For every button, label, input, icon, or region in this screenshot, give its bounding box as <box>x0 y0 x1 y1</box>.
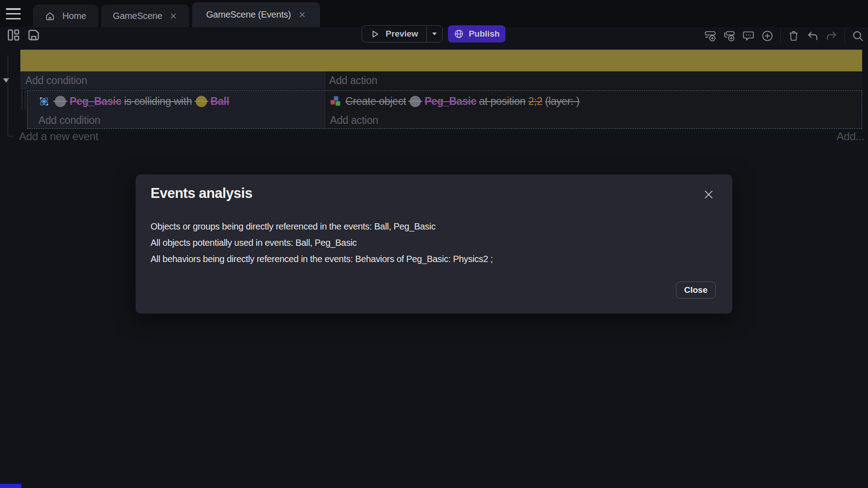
globe-icon <box>454 29 464 39</box>
redo-icon[interactable] <box>826 30 838 42</box>
toolbar-divider <box>780 28 781 44</box>
add-more-link[interactable]: Add... <box>836 130 864 143</box>
action-verb: Create object <box>345 95 406 108</box>
toolbar-right <box>704 27 864 44</box>
delete-icon[interactable] <box>788 30 800 42</box>
add-action-link[interactable]: Add action <box>329 75 377 87</box>
object-thumbnail-peg-basic <box>55 96 66 107</box>
preview-split-button: Preview <box>362 25 443 42</box>
conditions-column: Peg_Basic is colliding with Ball Add con… <box>28 91 326 128</box>
collapse-event-chevron-icon[interactable] <box>2 77 10 84</box>
selected-event-row[interactable]: Peg_Basic is colliding with Ball Add con… <box>27 90 862 129</box>
tab-bar: Home GameScene GameScene (Events) <box>0 0 868 27</box>
close-button[interactable]: Close <box>676 282 716 299</box>
preview-button[interactable]: Preview <box>362 25 427 42</box>
add-comment-icon[interactable] <box>742 30 755 42</box>
event-indent-guide <box>22 90 22 110</box>
action-parameters: 2;2 <box>528 95 542 108</box>
actions-column: Add action <box>326 71 862 89</box>
toolbar-divider <box>844 28 845 44</box>
toolbar-left <box>6 28 41 42</box>
add-new-event-link[interactable]: Add a new event <box>19 130 99 143</box>
tab-label: GameScene <box>113 11 162 21</box>
choose-event-type-icon[interactable] <box>761 30 774 42</box>
publish-button[interactable]: Publish <box>448 25 505 42</box>
action-statement[interactable]: Create object Peg_Basic at position 2;2 … <box>326 91 862 112</box>
add-action-link[interactable]: Add action <box>326 112 862 129</box>
physics-behavior-icon <box>38 96 50 107</box>
preview-label: Preview <box>386 29 418 39</box>
object-thumbnail-peg-basic <box>410 96 421 107</box>
search-icon[interactable] <box>852 30 864 42</box>
dialog-body: Objects or groups being directly referen… <box>151 218 493 267</box>
action-object-name: Peg_Basic <box>425 95 476 108</box>
play-icon <box>370 29 380 39</box>
event-tree-guide <box>8 55 8 136</box>
analysis-line-behaviors: All behaviors being directly referenced … <box>151 251 493 267</box>
bottom-left-accent <box>0 484 21 488</box>
undo-icon[interactable] <box>807 30 819 42</box>
condition-statement[interactable]: Peg_Basic is colliding with Ball <box>28 91 326 112</box>
add-condition-link[interactable]: Add condition <box>25 75 87 87</box>
object-thumbnail-ball <box>196 96 207 107</box>
main-menu-icon[interactable] <box>6 8 21 19</box>
highlighted-group-event[interactable] <box>20 50 862 71</box>
analysis-line-objects-used: All objects potentially used in events: … <box>151 235 493 251</box>
event-indent-guide <box>25 90 25 110</box>
condition-text: is colliding with <box>124 95 192 108</box>
actions-column: Create object Peg_Basic at position 2;2 … <box>326 91 862 128</box>
analysis-line-objects-referenced: Objects or groups being directly referen… <box>151 218 493 235</box>
action-text: at position <box>479 95 526 108</box>
save-icon[interactable] <box>27 28 41 42</box>
event-row[interactable]: Add condition Add action <box>20 71 862 89</box>
add-condition-link[interactable]: Add condition <box>28 112 326 129</box>
tab-label: Home <box>62 11 86 21</box>
add-subevent-icon[interactable] <box>723 30 736 42</box>
dialog-title: Events analysis <box>151 185 252 202</box>
tab-home[interactable]: Home <box>33 5 98 27</box>
panels-layout-icon[interactable] <box>6 28 20 42</box>
event-tree-guide <box>8 136 14 136</box>
condition-object-name: Ball <box>211 95 229 108</box>
tab-label: GameScene (Events) <box>206 9 291 20</box>
tab-gamescene[interactable]: GameScene <box>101 5 189 27</box>
create-object-icon <box>330 96 341 107</box>
dialog-close-icon[interactable] <box>703 189 714 200</box>
close-tab-icon[interactable] <box>170 12 177 20</box>
chevron-down-icon <box>432 32 437 36</box>
action-text: (layer: ) <box>545 95 580 108</box>
home-icon <box>45 11 55 21</box>
tab-strip: Home GameScene GameScene (Events) <box>33 2 320 27</box>
add-event-icon[interactable] <box>704 30 717 42</box>
condition-object-name: Peg_Basic <box>70 95 122 108</box>
close-tab-icon[interactable] <box>298 11 306 19</box>
conditions-column: Add condition <box>20 71 326 89</box>
publish-label: Publish <box>469 29 500 39</box>
events-analysis-dialog: Events analysis Objects or groups being … <box>136 174 732 314</box>
preview-options-button[interactable] <box>426 25 443 42</box>
tab-gamescene-events[interactable]: GameScene (Events) <box>192 2 320 27</box>
